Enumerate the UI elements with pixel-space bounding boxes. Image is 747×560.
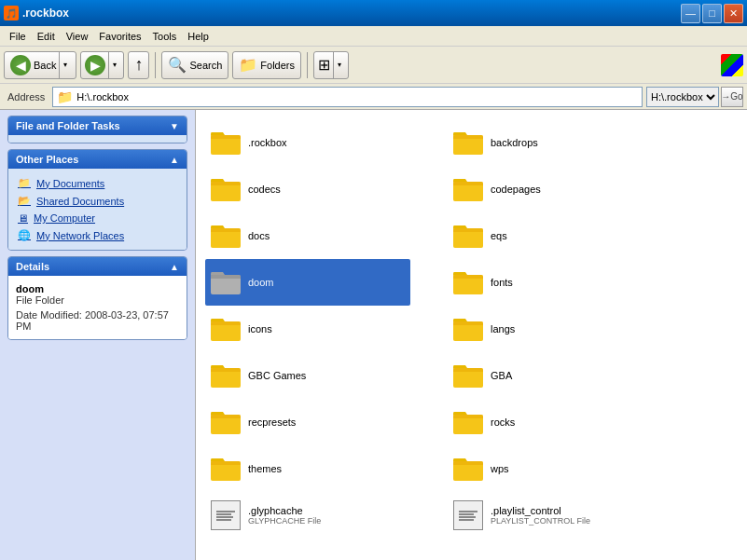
- file-item[interactable]: langs: [448, 306, 653, 352]
- sidebar-item-my-computer[interactable]: 🖥 My Computer: [8, 210, 187, 226]
- menu-favorites[interactable]: Favorites: [93, 29, 146, 44]
- file-glyph-icon: [211, 500, 241, 530]
- file-item[interactable]: fonts: [448, 259, 653, 306]
- file-folder-tasks-chevron: ▼: [170, 121, 179, 131]
- file-name: themes: [248, 463, 282, 474]
- shared-documents-icon: 📂: [18, 195, 31, 207]
- menu-view[interactable]: View: [61, 29, 94, 44]
- sidebar-item-my-network-places[interactable]: 🌐 My Network Places: [8, 226, 187, 244]
- forward-icon: ▶: [85, 55, 105, 75]
- details-header[interactable]: Details ▲: [8, 257, 187, 276]
- file-item[interactable]: docs: [205, 212, 410, 259]
- other-places-chevron: ▲: [170, 155, 179, 165]
- folders-button[interactable]: 📁 Folders: [232, 51, 301, 79]
- minimize-button[interactable]: —: [681, 4, 700, 23]
- file-item[interactable]: .rockbox: [205, 119, 410, 166]
- file-name: .rockbox: [248, 137, 287, 148]
- details-chevron: ▲: [170, 262, 179, 272]
- file-item[interactable]: .playlist_control PLAYLIST_CONTROL File: [448, 492, 653, 539]
- file-item[interactable]: eqs: [448, 212, 653, 259]
- main-layout: File and Folder Tasks ▼ Other Places ▲ 📁…: [0, 110, 747, 560]
- file-item[interactable]: codecs: [205, 166, 410, 212]
- view-icon: ⊞: [318, 56, 330, 74]
- file-folder-tasks-label: File and Folder Tasks: [16, 120, 120, 131]
- file-item[interactable]: themes: [205, 445, 410, 492]
- sidebar-item-shared-documents[interactable]: 📂 Shared Documents: [8, 192, 187, 210]
- windows-logo: [721, 54, 743, 76]
- back-dropdown-arrow[interactable]: ▾: [59, 52, 70, 78]
- file-folder-tasks-panel: File and Folder Tasks ▼: [7, 116, 187, 143]
- file-subtext: GLYPHCACHE File: [248, 516, 321, 526]
- content-area[interactable]: .rockbox backdrops codecs codepages: [196, 110, 747, 560]
- file-name: eqs: [491, 230, 507, 241]
- toolbar-separator-2: [307, 52, 308, 78]
- folder-icon: [453, 316, 483, 342]
- file-name: GBA: [491, 370, 512, 381]
- menu-file[interactable]: File: [4, 29, 32, 44]
- file-name: wps: [491, 463, 509, 474]
- close-button[interactable]: ✕: [724, 4, 743, 23]
- file-item[interactable]: codepages: [448, 166, 653, 212]
- file-name: langs: [491, 323, 515, 335]
- menu-tools[interactable]: Tools: [147, 29, 183, 44]
- my-computer-label: My Computer: [34, 212, 95, 224]
- file-item[interactable]: .glyphcache GLYPHCACHE File: [205, 492, 410, 539]
- network-places-icon: 🌐: [18, 229, 31, 241]
- up-button[interactable]: ↑: [128, 51, 149, 79]
- other-places-header[interactable]: Other Places ▲: [8, 150, 187, 169]
- file-item[interactable]: doom: [205, 259, 410, 306]
- view-dropdown-arrow[interactable]: ▾: [333, 52, 344, 78]
- other-places-body: 📁 My Documents 📂 Shared Documents 🖥 My C…: [8, 169, 187, 250]
- search-label: Search: [189, 60, 222, 71]
- file-folder-tasks-body: [8, 135, 187, 143]
- file-item[interactable]: icons: [205, 306, 410, 352]
- my-documents-label: My Documents: [36, 178, 104, 189]
- window-title: .rockbox: [22, 7, 69, 20]
- toolbar: ◀ Back ▾ ▶ ▾ ↑ 🔍 Search 📁 Folders ⊞ ▾: [0, 47, 747, 84]
- forward-dropdown-arrow[interactable]: ▾: [108, 52, 119, 78]
- go-button[interactable]: → Go: [721, 87, 743, 107]
- file-item[interactable]: GBC Games: [205, 352, 410, 399]
- menu-help[interactable]: Help: [182, 29, 214, 44]
- file-item[interactable]: recpresets: [205, 399, 410, 445]
- details-type: File Folder: [16, 294, 179, 306]
- toolbar-separator-1: [155, 52, 156, 78]
- title-bar: 🎵 .rockbox — □ ✕: [0, 0, 747, 26]
- file-name: codecs: [248, 184, 281, 195]
- file-item[interactable]: backdrops: [448, 119, 653, 166]
- file-folder-tasks-header[interactable]: File and Folder Tasks ▼: [8, 116, 187, 135]
- file-playlist-icon: [453, 500, 483, 530]
- sidebar-item-my-documents[interactable]: 📁 My Documents: [8, 174, 187, 192]
- file-name: rocks: [491, 417, 515, 428]
- file-item[interactable]: wps: [448, 445, 653, 492]
- folder-icon: [211, 362, 241, 389]
- file-name: doom: [248, 277, 274, 288]
- file-item[interactable]: GBA: [448, 352, 653, 399]
- app-icon: 🎵: [4, 6, 19, 20]
- folder-icon: [211, 316, 241, 342]
- folder-icon: [453, 456, 483, 482]
- forward-button[interactable]: ▶ ▾: [80, 51, 124, 79]
- address-label: Address: [4, 91, 48, 102]
- search-button[interactable]: 🔍 Search: [161, 51, 228, 79]
- address-dropdown[interactable]: H:\.rockbox: [646, 87, 719, 107]
- maximize-button[interactable]: □: [702, 4, 722, 23]
- sidebar: File and Folder Tasks ▼ Other Places ▲ 📁…: [0, 110, 196, 560]
- file-name: fonts: [491, 277, 513, 288]
- go-label: Go: [730, 91, 742, 102]
- file-item[interactable]: rocks: [448, 399, 653, 445]
- folder-icon: [453, 362, 483, 389]
- address-bar: Address 📁 H:\.rockbox → Go: [0, 84, 747, 110]
- back-button[interactable]: ◀ Back ▾: [4, 51, 76, 79]
- file-name: backdrops: [491, 137, 538, 148]
- folder-icon: [453, 130, 483, 156]
- address-input-wrap: 📁: [52, 87, 643, 107]
- menu-edit[interactable]: Edit: [32, 29, 61, 44]
- file-name: docs: [248, 230, 270, 241]
- folder-icon: [453, 269, 483, 295]
- folders-label: Folders: [260, 60, 295, 71]
- address-input[interactable]: [76, 91, 638, 102]
- view-button[interactable]: ⊞ ▾: [313, 51, 349, 79]
- file-name: codepages: [491, 184, 541, 195]
- go-arrow-icon: →: [721, 91, 730, 102]
